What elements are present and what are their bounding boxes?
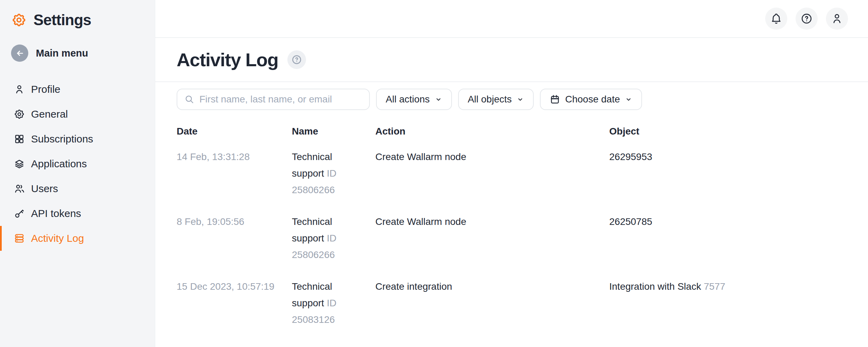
cell-name: Technical support ID 25806266 — [292, 214, 375, 263]
date-dropdown-label: Choose date — [565, 94, 620, 105]
sidebar-item-label: Applications — [31, 158, 87, 170]
cell-object: Integration with Slack 7577 — [609, 278, 847, 328]
sidebar-item-applications[interactable]: Applications — [0, 151, 155, 176]
chevron-down-icon — [625, 96, 632, 103]
question-circle-icon — [291, 54, 302, 65]
date-dropdown[interactable]: Choose date — [540, 89, 642, 110]
page-title: Activity Log — [177, 49, 278, 70]
cell-date: 14 Feb, 13:31:28 — [177, 149, 292, 198]
sidebar-item-label: Users — [31, 183, 58, 195]
cell-date: 15 Dec 2023, 10:57:19 — [177, 278, 292, 328]
user-icon — [14, 84, 25, 95]
table-rows-icon — [14, 233, 25, 244]
cell-object-text: 26250785 — [609, 216, 652, 227]
cell-action: Create integration — [375, 278, 609, 328]
chevron-down-icon — [435, 96, 442, 103]
main-area: Activity Log All actions — [155, 0, 868, 347]
table-row: 15 Dec 2023, 10:57:19 Technical support … — [177, 270, 847, 335]
cell-object: 26295953 — [609, 149, 847, 198]
cell-action: Create Wallarm node — [375, 149, 609, 198]
column-header-action: Action — [375, 126, 609, 140]
sidebar: Settings Main menu Profile — [0, 0, 155, 347]
arrow-left-icon — [11, 44, 28, 62]
objects-dropdown[interactable]: All objects — [458, 89, 534, 110]
sidebar-title: Settings — [33, 11, 91, 29]
cell-name-text: Technical support — [292, 151, 332, 179]
notifications-button[interactable] — [765, 8, 787, 30]
cell-date: 8 Feb, 19:05:56 — [177, 214, 292, 263]
table-row: 8 Feb, 19:05:56 Technical support ID 258… — [177, 205, 847, 270]
actions-dropdown[interactable]: All actions — [376, 89, 452, 110]
sidebar-item-subscriptions[interactable]: Subscriptions — [0, 127, 155, 151]
grid-icon — [14, 133, 25, 145]
key-icon — [14, 208, 25, 219]
settings-gear-icon — [11, 12, 27, 28]
user-icon — [831, 12, 843, 25]
calendar-icon — [550, 94, 560, 105]
account-button[interactable] — [826, 8, 848, 30]
search-icon — [184, 94, 195, 105]
help-circle-icon — [800, 12, 813, 25]
objects-dropdown-label: All objects — [468, 94, 512, 105]
table-header: Date Name Action Object — [177, 126, 847, 140]
sidebar-item-label: Subscriptions — [31, 133, 93, 145]
page-header: Activity Log — [155, 38, 868, 82]
cell-name-text: Technical support — [292, 216, 332, 244]
sidebar-item-general[interactable]: General — [0, 102, 155, 127]
app-root: Settings Main menu Profile — [0, 0, 868, 347]
sidebar-item-label: General — [31, 108, 68, 120]
page-content: All actions All objects — [155, 82, 868, 335]
sidebar-item-api-tokens[interactable]: API tokens — [0, 201, 155, 226]
topbar — [155, 0, 868, 38]
cell-name: Technical support ID 25806266 — [292, 149, 375, 198]
actions-dropdown-label: All actions — [386, 94, 430, 105]
sidebar-item-label: Activity Log — [31, 232, 84, 244]
sidebar-item-users[interactable]: Users — [0, 176, 155, 201]
chevron-down-icon — [516, 96, 524, 103]
cell-object-text: 26295953 — [609, 151, 652, 162]
main-menu-back-button[interactable]: Main menu — [11, 44, 155, 62]
filter-bar: All actions All objects — [177, 89, 847, 110]
cell-object: 26250785 — [609, 214, 847, 263]
page-help-badge[interactable] — [287, 50, 306, 69]
bell-icon — [770, 12, 782, 25]
cell-name-text: Technical support — [292, 281, 332, 308]
cell-object-text: Integration with Slack — [609, 281, 701, 292]
activity-table: Date Name Action Object 14 Feb, 13:31:28… — [177, 126, 847, 335]
cell-object-id: 7577 — [704, 281, 725, 292]
cell-action: Create Wallarm node — [375, 214, 609, 263]
cell-name: Technical support ID 25083126 — [292, 278, 375, 328]
column-header-object: Object — [609, 126, 847, 140]
sidebar-item-label: Profile — [31, 83, 60, 95]
table-row: 14 Feb, 13:31:28 Technical support ID 25… — [177, 140, 847, 205]
sidebar-menu: Profile General Subscriptions — [0, 77, 155, 251]
sidebar-item-activity-log[interactable]: Activity Log — [0, 226, 155, 251]
settings-header: Settings — [0, 0, 155, 29]
sidebar-item-label: API tokens — [31, 208, 81, 219]
help-button[interactable] — [796, 8, 818, 30]
layers-icon — [14, 158, 25, 169]
search-input[interactable] — [199, 94, 362, 105]
sidebar-item-profile[interactable]: Profile — [0, 77, 155, 102]
search-box — [177, 89, 370, 110]
column-header-date: Date — [177, 126, 292, 140]
column-header-name: Name — [292, 126, 375, 140]
main-menu-label: Main menu — [36, 48, 88, 59]
gear-icon — [14, 109, 25, 120]
users-icon — [14, 183, 25, 194]
